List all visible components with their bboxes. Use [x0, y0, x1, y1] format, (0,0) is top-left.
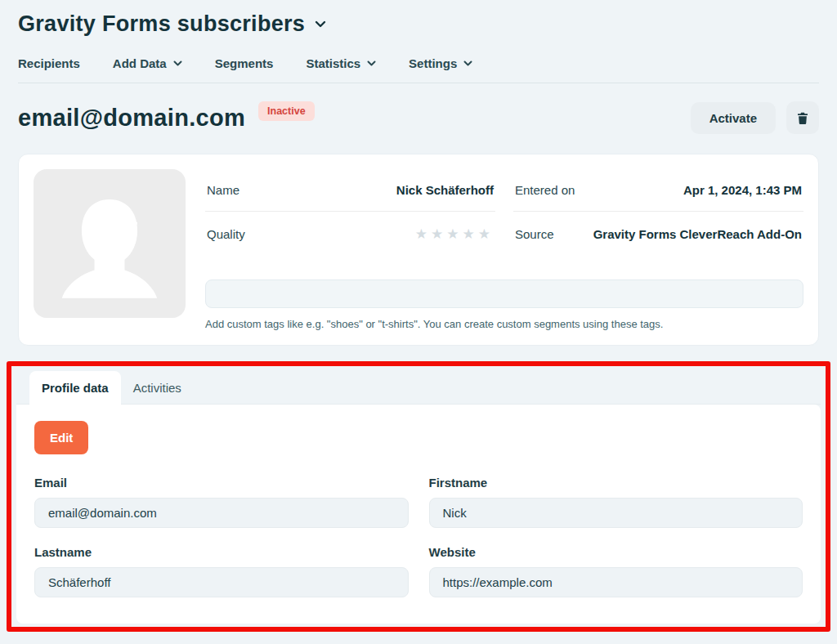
field-label: Firstname	[429, 476, 803, 490]
detail-label: Name	[207, 183, 239, 197]
field-label: Website	[429, 545, 803, 559]
detail-row-entered-on: Entered on Apr 1, 2024, 1:43 PM	[513, 169, 803, 212]
details-grid: Name Nick Schäferhoff Entered on Apr 1, …	[205, 169, 803, 257]
profile-data-panel: Edit Email Firstname Lastname Website	[16, 405, 821, 624]
subscriber-summary-card: Name Nick Schäferhoff Entered on Apr 1, …	[18, 154, 819, 346]
email-field[interactable]	[34, 498, 409, 528]
title-chevron-down-icon[interactable]	[315, 20, 326, 28]
page: Gravity Forms subscribers Recipients Add…	[0, 0, 837, 632]
main-nav: Recipients Add Data Segments Statistics …	[18, 56, 819, 83]
tags-input[interactable]	[205, 280, 803, 308]
detail-value: Gravity Forms CleverReach Add-On	[593, 227, 802, 241]
tab-profile-data[interactable]: Profile data	[29, 371, 121, 405]
annotation-highlight-box: Profile data Activities Edit Email First…	[7, 361, 830, 632]
trash-icon	[795, 110, 810, 126]
nav-label: Settings	[409, 56, 457, 70]
detail-row-name: Name Nick Schäferhoff	[205, 169, 495, 212]
delete-button[interactable]	[786, 101, 819, 134]
tab-bar: Profile data Activities	[16, 371, 821, 405]
field-lastname: Lastname	[34, 545, 409, 597]
detail-value: Nick Schäferhoff	[396, 183, 494, 197]
subscriber-header: email@domain.com Inactive Activate	[18, 101, 819, 134]
tab-activities[interactable]: Activities	[121, 371, 194, 405]
field-label: Lastname	[34, 545, 409, 559]
field-email: Email	[34, 476, 409, 528]
subscriber-email-heading: email@domain.com	[18, 105, 245, 132]
detail-label: Quality	[207, 227, 245, 241]
lastname-field[interactable]	[34, 567, 409, 597]
field-firstname: Firstname	[429, 476, 803, 528]
chevron-down-icon	[367, 60, 376, 66]
field-website: Website	[429, 545, 803, 597]
status-badge: Inactive	[258, 101, 315, 121]
person-silhouette-icon	[51, 192, 168, 318]
detail-value: Apr 1, 2024, 1:43 PM	[683, 183, 802, 197]
activate-button[interactable]: Activate	[691, 102, 776, 134]
profile-form: Email Firstname Lastname Website	[34, 476, 803, 597]
detail-label: Entered on	[515, 183, 575, 197]
edit-button[interactable]: Edit	[34, 421, 88, 454]
field-label: Email	[34, 476, 409, 490]
page-title: Gravity Forms subscribers	[18, 11, 305, 37]
app-title-row: Gravity Forms subscribers	[18, 11, 819, 37]
nav-item-add-data[interactable]: Add Data	[113, 56, 182, 70]
website-field[interactable]	[429, 567, 803, 597]
nav-label: Recipients	[18, 56, 80, 70]
nav-item-statistics[interactable]: Statistics	[306, 56, 376, 70]
nav-item-settings[interactable]: Settings	[409, 56, 472, 70]
avatar	[34, 169, 186, 318]
firstname-field[interactable]	[429, 498, 803, 528]
detail-row-quality: Quality ★★★★★	[205, 212, 495, 257]
chevron-down-icon	[463, 60, 472, 66]
nav-label: Add Data	[113, 56, 167, 70]
tags-help-text: Add custom tags like e.g. "shoes" or "t-…	[205, 318, 803, 330]
nav-label: Segments	[215, 56, 274, 70]
detail-row-source: Source Gravity Forms CleverReach Add-On	[513, 212, 803, 257]
subscriber-details: Name Nick Schäferhoff Entered on Apr 1, …	[205, 169, 803, 330]
detail-label: Source	[515, 227, 554, 241]
nav-item-recipients[interactable]: Recipients	[18, 56, 80, 70]
nav-label: Statistics	[306, 56, 360, 70]
nav-item-segments[interactable]: Segments	[215, 56, 274, 70]
quality-star-rating: ★★★★★	[415, 226, 494, 243]
chevron-down-icon	[173, 60, 182, 66]
